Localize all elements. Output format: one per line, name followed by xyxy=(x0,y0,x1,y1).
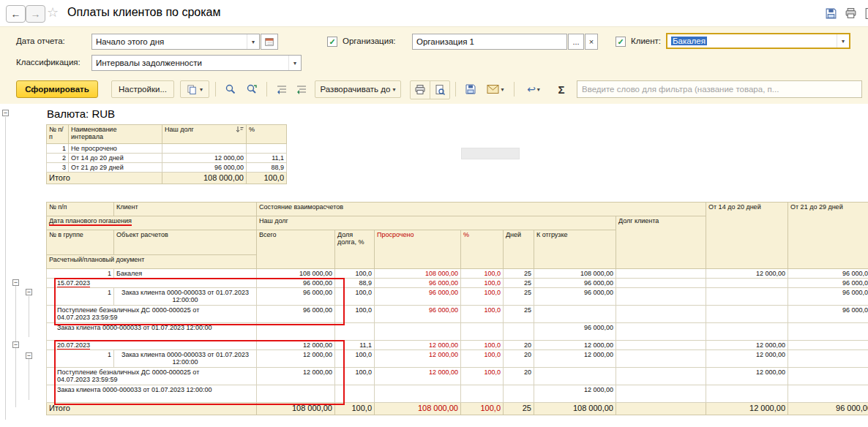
hdr-settlement-state[interactable]: Состояние взаиморасчетов xyxy=(257,203,706,216)
cell-days[interactable] xyxy=(504,385,534,403)
quick-filter-input[interactable] xyxy=(577,80,862,98)
cell-overdue-pct[interactable]: 100,0 xyxy=(461,269,504,279)
cell-client-debt[interactable] xyxy=(616,323,706,341)
cell-client-debt[interactable] xyxy=(616,368,706,385)
hdr-interval-name[interactable]: Наименование интервала xyxy=(69,125,162,144)
cell-to-ship[interactable] xyxy=(534,368,616,385)
hdr-planned-date[interactable]: Дата планового погашения xyxy=(47,216,257,230)
more-button[interactable] xyxy=(861,5,868,21)
cell-days[interactable]: 25 xyxy=(504,269,534,279)
cell-days[interactable]: 25 xyxy=(504,403,534,415)
cell-to-ship[interactable]: 12 000,00 xyxy=(534,341,616,350)
hdr-overdue-pct[interactable]: % xyxy=(461,230,504,269)
cell-debt[interactable] xyxy=(162,144,247,154)
hdr-object[interactable]: Объект расчетов xyxy=(114,230,257,255)
cell-overdue[interactable]: 96 000,00 xyxy=(375,306,461,323)
organization-choose-button[interactable]: ... xyxy=(568,34,584,50)
cell-client-debt[interactable] xyxy=(616,288,706,306)
cell-overdue[interactable]: 108 000,00 xyxy=(375,269,461,279)
cell-int2[interactable] xyxy=(788,323,868,341)
cell-to-ship[interactable]: 12 000,00 xyxy=(534,350,616,368)
report-variants-button[interactable]: ▾ xyxy=(180,80,209,98)
cell-client-debt[interactable] xyxy=(616,385,706,403)
cell-overdue-pct[interactable] xyxy=(461,323,504,341)
hdr-client-debt[interactable]: Долг клиента xyxy=(616,216,706,269)
cell-int1[interactable]: 12 000,00 xyxy=(706,350,788,368)
cell-overdue[interactable]: 12 000,00 xyxy=(375,341,461,350)
cell-overdue[interactable] xyxy=(375,385,461,403)
cell-days[interactable]: 20 xyxy=(504,341,534,350)
cell-num[interactable]: 2 xyxy=(47,154,69,163)
cell-total[interactable]: 108 000,00 xyxy=(257,403,335,415)
cell-client-debt[interactable] xyxy=(616,269,706,279)
send-email-button[interactable]: ▾ xyxy=(482,80,509,98)
cell-to-ship[interactable]: 96 000,00 xyxy=(534,279,616,288)
hdr-overdue[interactable]: Просрочено xyxy=(375,230,461,269)
cell-int1[interactable] xyxy=(706,288,788,306)
cell-share[interactable]: 100,0 xyxy=(335,269,375,279)
cell-client-debt[interactable] xyxy=(616,279,706,288)
cell-num[interactable]: 1 xyxy=(47,350,114,368)
settings-button[interactable]: Настройки... xyxy=(111,80,174,98)
cell-total-label[interactable]: Итого xyxy=(47,173,162,184)
classification-field[interactable]: Интервалы задолженности ▾ xyxy=(91,55,302,71)
cell-overdue-pct[interactable] xyxy=(461,385,504,403)
hdr-percent[interactable]: % xyxy=(247,125,287,144)
cell-total-label[interactable]: Итого xyxy=(47,403,257,415)
cell-to-ship[interactable] xyxy=(534,306,616,323)
collapse-group2-detail-button[interactable]: − xyxy=(26,352,32,359)
hdr-days[interactable]: Дней xyxy=(504,230,534,269)
cell-total[interactable]: 96 000,00 xyxy=(257,288,335,306)
cell-days[interactable] xyxy=(504,323,534,341)
cell-int1[interactable]: 12 000,00 xyxy=(706,269,788,279)
cell-int2[interactable] xyxy=(788,341,868,350)
cell-overdue-pct[interactable]: 100,0 xyxy=(461,306,504,323)
cell-share[interactable] xyxy=(335,323,375,341)
cell-interval[interactable]: Не просрочено xyxy=(69,144,162,154)
cell-int1[interactable]: 12 000,00 xyxy=(706,341,788,350)
cell-num[interactable]: 1 xyxy=(47,288,114,306)
expand-groups-button[interactable] xyxy=(292,80,311,98)
cell-to-ship[interactable]: 96 000,00 xyxy=(534,323,616,341)
cell-overdue[interactable]: 96 000,00 xyxy=(375,279,461,288)
hdr-document[interactable]: Расчетный/плановый документ xyxy=(47,255,257,269)
cell-client-debt[interactable] xyxy=(616,306,706,323)
cell-total[interactable]: 12 000,00 xyxy=(257,368,335,385)
back-button[interactable]: ← xyxy=(6,5,26,23)
find-next-button[interactable] xyxy=(242,80,262,98)
cell-pct[interactable]: 11,1 xyxy=(247,154,287,163)
cell-share[interactable]: 100,0 xyxy=(335,403,375,415)
print-result-button[interactable] xyxy=(410,80,430,99)
forward-button[interactable]: → xyxy=(26,5,45,23)
cell-total[interactable]: 96 000,00 xyxy=(257,279,335,288)
cell-int1[interactable] xyxy=(706,385,788,403)
report-date-field[interactable]: Начало этого дня ▾ xyxy=(91,34,260,50)
sum-button[interactable]: Σ xyxy=(552,80,571,98)
client-checkbox[interactable]: ✓ xyxy=(616,37,626,47)
hdr-num-in-group[interactable]: № в группе xyxy=(47,230,114,255)
cell-overdue-pct[interactable]: 100,0 xyxy=(461,368,504,385)
hdr-total[interactable]: Всего xyxy=(257,230,335,269)
cell-share[interactable] xyxy=(335,385,375,403)
cell-pct[interactable] xyxy=(247,144,287,154)
cell-overdue-pct[interactable]: 100,0 xyxy=(461,341,504,350)
cell-document[interactable]: Поступление безналичных ДС 0000-000025 о… xyxy=(47,368,257,385)
cell-pct[interactable]: 88,9 xyxy=(247,163,287,173)
cell-days[interactable]: 20 xyxy=(504,350,534,368)
cell-overdue[interactable]: 12 000,00 xyxy=(375,368,461,385)
cell-client[interactable]: Бакалея xyxy=(114,269,257,279)
organization-field[interactable]: Организация 1 xyxy=(412,34,567,50)
cell-total[interactable] xyxy=(257,385,335,403)
generate-report-button[interactable]: Сформировать xyxy=(16,80,98,98)
organization-checkbox[interactable]: ✓ xyxy=(327,37,337,47)
cell-days[interactable]: 25 xyxy=(504,279,534,288)
client-field[interactable]: Бакалея ▾ xyxy=(666,33,850,49)
save-result-button[interactable] xyxy=(461,80,480,98)
print-button[interactable] xyxy=(842,5,858,21)
cell-overdue-pct[interactable]: 100,0 xyxy=(461,350,504,368)
collapse-groups-button[interactable] xyxy=(272,80,291,98)
cell-share[interactable]: 11,1 xyxy=(335,341,375,350)
client-dropdown-button[interactable]: ▾ xyxy=(837,34,849,48)
cell-to-ship[interactable]: 12 000,00 xyxy=(534,385,616,403)
favorite-star-icon[interactable]: ☆ xyxy=(47,4,59,20)
